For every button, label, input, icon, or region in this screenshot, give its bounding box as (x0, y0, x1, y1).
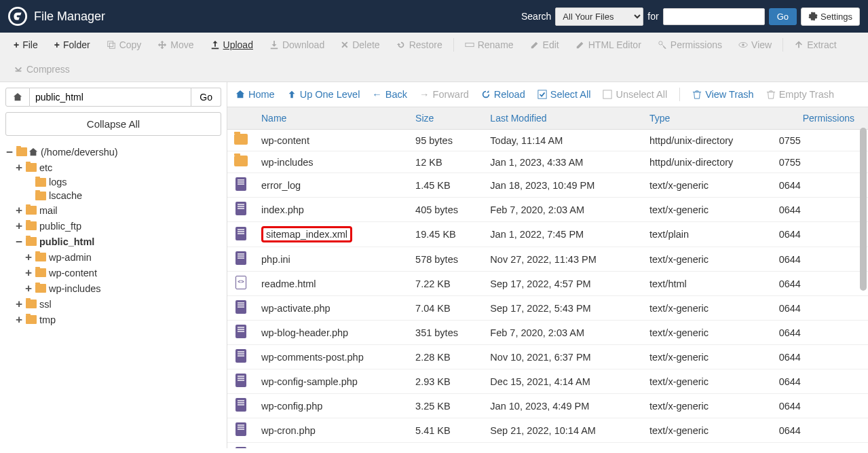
table-row[interactable]: wp-config.php3.25 KBJan 10, 2023, 4:49 P… (227, 394, 868, 418)
file-type: httpd/unix-directory (643, 130, 772, 151)
table-row[interactable]: sitemap_index.xml19.45 KBJan 1, 2022, 7:… (227, 222, 868, 247)
tree-toggle[interactable]: + (24, 251, 33, 264)
toolbar-edit: Edit (522, 33, 567, 57)
tree-node-public_ftp[interactable]: +public_ftp (15, 218, 221, 234)
action-reload[interactable]: Reload (481, 89, 525, 100)
toolbar-upload[interactable]: Upload (202, 33, 261, 57)
file-type: text/x-generic (643, 394, 772, 418)
table-row[interactable]: wp-comments-post.php2.28 KBNov 10, 2021,… (227, 345, 868, 369)
tree-toggle[interactable]: + (15, 204, 23, 217)
action-view-trash[interactable]: View Trash (692, 89, 753, 100)
toolbar-permissions: Permissions (649, 33, 730, 57)
tree-toggle[interactable]: + (24, 282, 33, 295)
svg-rect-7 (538, 90, 546, 98)
trash-icon (692, 90, 702, 99)
tree-node-ssl[interactable]: +ssl (15, 296, 221, 312)
doc-icon (235, 227, 246, 240)
tree-node-mail[interactable]: +mail (15, 202, 221, 218)
file-name: wp-cron.php (254, 418, 409, 443)
action-select-all[interactable]: Select All (537, 89, 591, 100)
collapse-all-button[interactable]: Collapse All (5, 112, 221, 136)
table-row[interactable]: wp-activate.php7.04 KBSep 17, 2022, 5:43… (227, 296, 868, 321)
tree-toggle[interactable]: − (15, 235, 23, 248)
file-type: text/x-generic (643, 321, 772, 345)
tree-node-logs[interactable]: logs (24, 175, 221, 189)
toolbar-folder[interactable]: +Folder (46, 33, 98, 57)
col-modified[interactable]: Last Modified (483, 107, 643, 130)
file-modified: Jan 18, 2023, 10:49 PM (483, 173, 643, 198)
doc-icon (235, 202, 246, 215)
file-name: wp-config-sample.php (254, 369, 409, 394)
upload-icon (210, 40, 220, 50)
app-logo: File Manager (8, 7, 105, 26)
col-type[interactable]: Type (643, 107, 772, 130)
svg-rect-1 (107, 41, 113, 47)
html-icon (235, 276, 246, 289)
tree-toggle[interactable]: + (24, 266, 33, 279)
col-permissions[interactable]: Permissions (772, 107, 868, 130)
table-row[interactable]: wp-content95 bytesToday, 11:14 AMhttpd/u… (227, 130, 868, 151)
tree-root[interactable]: − (/home/devershu) (5, 144, 221, 160)
check-icon (537, 90, 547, 99)
file-perms: 0644 (772, 321, 868, 345)
toolbar-file[interactable]: +File (5, 33, 46, 57)
file-name: php.ini (254, 247, 409, 272)
file-perms: 0644 (772, 369, 868, 394)
search-go-button[interactable]: Go (769, 8, 797, 25)
table-row[interactable]: php.ini578 bytesNov 27, 2022, 11:43 PMte… (227, 247, 868, 272)
table-row[interactable]: index.php405 bytesFeb 7, 2020, 2:03 AMte… (227, 198, 868, 222)
file-size: 7.04 KB (409, 296, 483, 321)
path-go-button[interactable]: Go (191, 88, 221, 107)
toolbar-view: View (730, 33, 780, 57)
tree-toggle[interactable]: + (15, 219, 23, 232)
settings-button[interactable]: Settings (801, 7, 860, 26)
tree-toggle[interactable]: + (15, 297, 23, 310)
scrollbar-thumb[interactable] (860, 128, 867, 291)
file-perms: 0644 (772, 394, 868, 418)
pencil-icon (530, 40, 540, 50)
tree-node-wp-content[interactable]: +wp-content (24, 265, 221, 280)
main-toolbar: +File +Folder Copy Move Upload Download … (0, 33, 868, 82)
file-size: 405 bytes (409, 198, 483, 222)
table-row[interactable]: wp-config-sample.php2.93 KBDec 15, 2021,… (227, 369, 868, 394)
content-area: Home Up One Level ←Back →Forward Reload … (227, 82, 868, 448)
file-modified: Mar 20, 2022, 3:01 PM (483, 443, 643, 449)
path-input[interactable] (30, 88, 191, 107)
table-row[interactable]: wp-includes12 KBJan 1, 2023, 4:33 AMhttp… (227, 151, 868, 173)
action-home[interactable]: Home (235, 89, 275, 100)
file-perms: 0644 (772, 296, 868, 321)
path-home-button[interactable] (5, 88, 30, 107)
svg-point-6 (742, 43, 744, 46)
table-row[interactable]: wp-cron.php5.41 KBSep 21, 2022, 10:14 AM… (227, 418, 868, 443)
action-back[interactable]: ←Back (372, 89, 407, 100)
for-label: for (647, 11, 658, 22)
file-size: 2.93 KB (409, 369, 483, 394)
tree-node-public_html[interactable]: −public_html (15, 234, 221, 249)
table-row[interactable]: error_log1.45 KBJan 18, 2023, 10:49 PMte… (227, 173, 868, 198)
table-row[interactable]: readme.html7.22 KBSep 17, 2022, 4:57 PMt… (227, 272, 868, 296)
tree-node-etc[interactable]: +etc (15, 160, 221, 175)
file-size: 351 bytes (409, 321, 483, 345)
toolbar-extract: Extract (786, 33, 845, 57)
tree-node-wp-includes[interactable]: +wp-includes (24, 280, 221, 296)
tree-node-lscache[interactable]: lscache (24, 189, 221, 202)
tree-label: logs (49, 177, 67, 187)
tree-toggle[interactable]: + (15, 161, 23, 174)
folder-icon (26, 221, 37, 230)
tree-node-wp-admin[interactable]: +wp-admin (24, 249, 221, 265)
search-input[interactable] (663, 8, 765, 25)
col-size[interactable]: Size (409, 107, 483, 130)
file-type: text/plain (643, 222, 772, 247)
table-row[interactable]: wp-blog-header.php351 bytesFeb 7, 2020, … (227, 321, 868, 345)
col-name[interactable]: Name (254, 107, 409, 130)
file-modified: Feb 7, 2020, 2:03 AM (483, 198, 643, 222)
action-up[interactable]: Up One Level (287, 89, 360, 100)
tree-node-tmp[interactable]: +tmp (15, 312, 221, 327)
search-scope-select[interactable]: All Your Files (555, 7, 643, 26)
table-row[interactable]: wp-links-opml.php2.44 KBMar 20, 2022, 3:… (227, 443, 868, 449)
tree-toggle[interactable]: + (15, 313, 23, 326)
file-name: readme.html (254, 272, 409, 296)
folder-icon (35, 253, 46, 261)
copy-icon (107, 40, 116, 50)
file-name: wp-includes (254, 151, 409, 173)
